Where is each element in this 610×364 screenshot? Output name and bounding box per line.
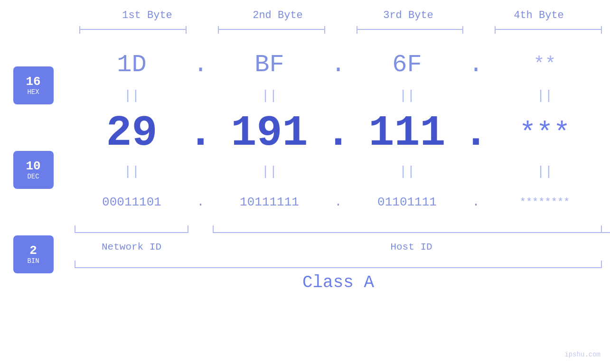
header-brackets	[0, 24, 610, 34]
byte4-header: 4th Byte	[474, 9, 604, 21]
bin-b3: 01101111	[350, 195, 464, 209]
equals-row-2: || || || ||	[66, 162, 610, 181]
equals-row-1: || || || ||	[66, 86, 610, 105]
dec-label: DEC	[27, 173, 39, 180]
hex-row: 1D . BF . 6F . **	[66, 43, 610, 86]
bin-dot2: .	[327, 195, 350, 209]
bin-b1: 00011101	[75, 195, 189, 209]
host-bracket	[213, 225, 610, 233]
dec-badge: 10 DEC	[13, 151, 54, 189]
segment-labels: Network ID Host ID	[66, 235, 610, 259]
bracket-byte1	[79, 24, 187, 34]
bracket-byte4	[495, 24, 602, 34]
dec-b3: 111	[350, 109, 464, 158]
bin-badge: 2 BIN	[13, 235, 54, 273]
hex-badge: 16 HEX	[13, 66, 54, 104]
byte3-header: 3rd Byte	[343, 9, 474, 21]
bin-num: 2	[29, 244, 37, 258]
dec-b2: 191	[213, 109, 327, 158]
hex-dot2: .	[327, 51, 350, 79]
base-labels: 16 HEX 10 DEC 2 BIN	[0, 43, 66, 297]
eq2-b4: ||	[488, 164, 602, 179]
bin-dot1: .	[189, 195, 213, 209]
hex-label: HEX	[27, 88, 39, 96]
watermark: ipshu.com	[564, 351, 601, 358]
dec-dot3: .	[464, 109, 488, 158]
class-row: Class A	[66, 268, 610, 297]
hex-b3: 6F	[350, 51, 464, 79]
hex-dot1: .	[189, 51, 213, 79]
dec-b4: ***	[488, 117, 602, 149]
ip-rows: 1D . BF . 6F . **	[66, 43, 610, 297]
eq1-b3: ||	[350, 88, 464, 103]
network-bracket	[75, 225, 188, 233]
host-id-label: Host ID	[213, 242, 610, 252]
dec-dot2: .	[327, 109, 350, 158]
content-area: 16 HEX 10 DEC 2 BIN 1D .	[0, 43, 610, 297]
segment-brackets	[66, 225, 610, 233]
dec-b1: 29	[75, 109, 189, 158]
main-container: 1st Byte 2nd Byte 3rd Byte 4th Byte 16 H…	[0, 0, 610, 364]
bin-b4: ********	[488, 196, 602, 208]
hex-num: 16	[26, 75, 40, 89]
bracket-byte3	[357, 24, 464, 34]
byte1-header: 1st Byte	[82, 9, 213, 21]
network-id-label: Network ID	[66, 242, 197, 252]
bin-label: BIN	[27, 257, 39, 265]
bin-row: 00011101 . 10111111 . 01101111 .	[66, 181, 610, 224]
hex-b2: BF	[213, 51, 327, 79]
dec-num: 10	[26, 159, 40, 173]
dec-row: 29 . 191 . 111 . ***	[66, 105, 610, 162]
eq2-b3: ||	[350, 164, 464, 179]
eq1-b2: ||	[213, 88, 327, 103]
eq2-b1: ||	[75, 164, 189, 179]
hex-b1: 1D	[75, 51, 189, 79]
class-label: Class A	[302, 273, 374, 292]
eq1-b4: ||	[488, 88, 602, 103]
hex-dot3: .	[464, 51, 488, 79]
full-bracket-inner	[75, 261, 602, 268]
byte-headers: 1st Byte 2nd Byte 3rd Byte 4th Byte	[0, 0, 610, 21]
hex-b4: **	[488, 54, 602, 75]
eq1-b1: ||	[75, 88, 189, 103]
eq2-b2: ||	[213, 164, 327, 179]
bin-dot3: .	[464, 195, 488, 209]
dec-dot1: .	[189, 109, 213, 158]
byte2-header: 2nd Byte	[213, 9, 343, 21]
bin-b2: 10111111	[213, 195, 327, 209]
bracket-byte2	[218, 24, 325, 34]
full-bracket	[66, 261, 610, 268]
